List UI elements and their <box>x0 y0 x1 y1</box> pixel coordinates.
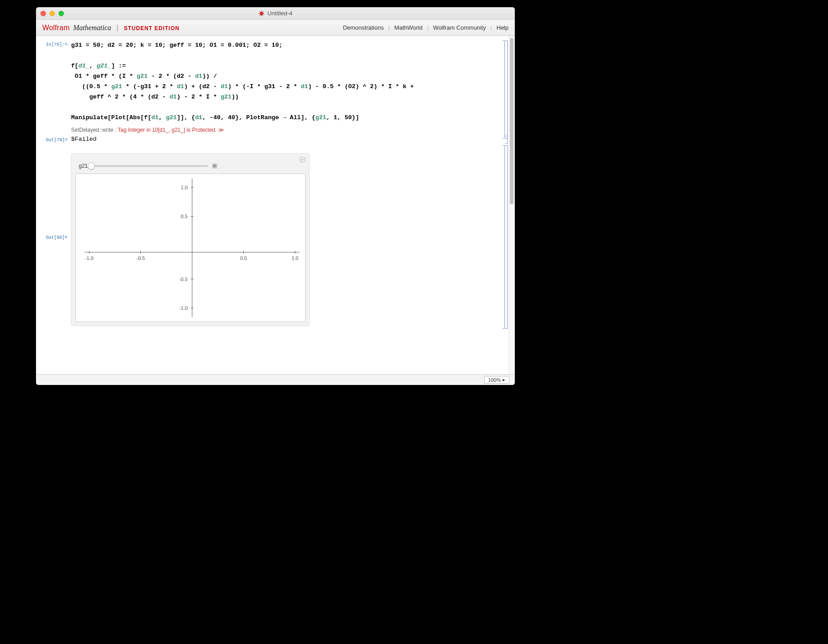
zoom-arrow-icon: ▸ <box>503 377 505 383</box>
brand-separator: | <box>115 24 120 32</box>
output-cell-79: Out[79]= $Failed <box>36 136 508 143</box>
msg-more-icon[interactable]: ≫ <box>216 127 224 133</box>
window-title: Untitled-4 <box>258 10 292 17</box>
link-demonstrations[interactable]: Demonstrations <box>343 24 384 31</box>
code-line-3[interactable]: O1 * geff * (I * g21 - 2 * (d2 - d1)) / <box>71 72 492 82</box>
toolbar: Wolfram Mathematica | STUDENT EDITION De… <box>36 20 515 36</box>
slider-label: g21 <box>79 163 88 169</box>
out80-body: g21 <box>71 145 501 326</box>
input-body[interactable]: g31 = 50; d2 = 20; k = 10; geff = 10; O1… <box>71 40 501 135</box>
zoom-value: 100% <box>488 377 501 383</box>
code-line-1[interactable]: g31 = 50; d2 = 20; k = 10; geff = 10; O1… <box>71 40 492 51</box>
out80-label: Out[80]= <box>36 145 71 240</box>
slider-expand-icon[interactable] <box>212 163 217 169</box>
svg-marker-0 <box>258 10 265 17</box>
slider-row: g21 <box>75 157 306 174</box>
out79-body[interactable]: $Failed <box>71 136 501 143</box>
empty-plot: -1.0 -0.5 0.5 1.0 1.0 0.5 <box>76 174 305 322</box>
in-label: In[78]:= <box>36 40 71 47</box>
traffic-lights <box>40 11 64 16</box>
zoom-control[interactable]: 100% ▸ <box>484 376 509 384</box>
svg-text:-1.0: -1.0 <box>179 305 188 311</box>
link-community[interactable]: Wolfram Community <box>433 24 486 31</box>
link-help[interactable]: Help <box>496 24 508 31</box>
content-area: In[78]:= g31 = 50; d2 = 20; k = 10; geff… <box>36 36 515 374</box>
input-cell: In[78]:= g31 = 50; d2 = 20; k = 10; geff… <box>36 40 508 135</box>
close-button[interactable] <box>40 11 46 16</box>
manipulate-panel: g21 <box>71 153 310 326</box>
error-message: SetDelayed::write : Tag Integer in 10[d1… <box>71 127 492 133</box>
msg-body: Tag Integer in 10[d1_, g21_] is Protecte… <box>118 127 216 133</box>
slider-thumb[interactable] <box>88 162 95 170</box>
code-line-2[interactable]: f[d1_, g21_] := <box>71 61 492 72</box>
manipulate-options-icon[interactable] <box>299 157 306 164</box>
output-cell-80: Out[80]= g21 <box>36 145 508 326</box>
brand-wolfram: Wolfram <box>42 24 70 32</box>
svg-text:-0.5: -0.5 <box>179 276 188 282</box>
svg-text:-1.0: -1.0 <box>85 255 94 260</box>
scrollbar[interactable] <box>508 36 515 374</box>
window-title-text: Untitled-4 <box>267 10 292 17</box>
slider-g21[interactable] <box>91 165 208 167</box>
code-blank[interactable] <box>71 51 492 61</box>
brand-mathematica: Mathematica <box>73 24 111 32</box>
app-icon <box>258 10 265 17</box>
brand-edition: STUDENT EDITION <box>124 25 180 31</box>
svg-text:0.5: 0.5 <box>181 214 188 219</box>
out79-text: $Failed <box>71 136 492 143</box>
titlebar: Untitled-4 <box>36 7 515 20</box>
toolbar-links: Demonstrations | MathWorld | Wolfram Com… <box>343 24 508 31</box>
link-mathworld[interactable]: MathWorld <box>394 24 423 31</box>
code-line-5[interactable]: geff ^ 2 * (4 * (d2 - d1) - 2 * I * g21)… <box>71 92 492 103</box>
msg-name: SetDelayed::write <box>71 127 113 133</box>
out79-label: Out[79]= <box>36 136 71 143</box>
svg-text:1.0: 1.0 <box>181 184 188 190</box>
svg-text:1.0: 1.0 <box>292 255 298 260</box>
app-window: Untitled-4 Wolfram Mathematica | STUDENT… <box>36 7 515 385</box>
svg-text:-0.5: -0.5 <box>136 255 145 260</box>
zoom-button[interactable] <box>58 11 64 16</box>
code-blank-2[interactable] <box>71 103 492 113</box>
plot-area: -1.0 -0.5 0.5 1.0 1.0 0.5 <box>75 174 306 322</box>
notebook[interactable]: In[78]:= g31 = 50; d2 = 20; k = 10; geff… <box>36 36 508 374</box>
statusbar: 100% ▸ <box>36 374 515 385</box>
scrollbar-thumb[interactable] <box>510 38 513 204</box>
code-line-4[interactable]: ((0.5 * g21 * (-g31 + 2 * d1) + (d2 - d1… <box>71 82 492 92</box>
minimize-button[interactable] <box>50 11 55 16</box>
svg-text:0.5: 0.5 <box>240 255 247 260</box>
brand: Wolfram Mathematica | STUDENT EDITION <box>42 24 180 32</box>
code-line-6[interactable]: Manipulate[Plot[Abs[f[d1, g21]], {d1, -4… <box>71 113 492 123</box>
